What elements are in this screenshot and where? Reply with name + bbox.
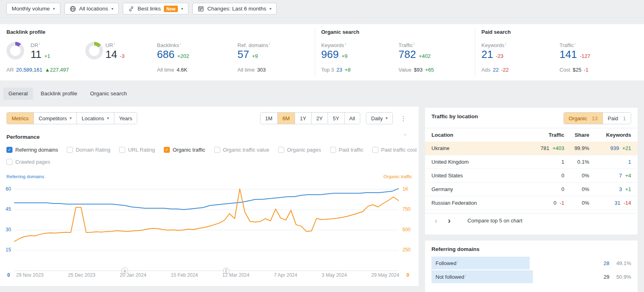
- rd-row-value[interactable]: 29: [604, 274, 609, 280]
- chevron-down-icon: ▾: [181, 7, 183, 11]
- traffic-value-delta: +65: [425, 67, 434, 73]
- backlinks-alltime-value: 4.6K: [177, 67, 188, 73]
- tab-backlink-profile[interactable]: Backlink profile: [35, 88, 83, 100]
- checkbox-referring-domains[interactable]: ✓Referring domains: [6, 147, 58, 153]
- table-row[interactable]: Russian Federation0-10%31-14: [425, 196, 638, 210]
- info-icon[interactable]: i: [465, 273, 466, 278]
- range-all[interactable]: All: [344, 113, 360, 124]
- info-icon[interactable]: i: [39, 42, 40, 46]
- checkbox-organic-pages[interactable]: Organic pages: [278, 147, 321, 153]
- info-icon[interactable]: i: [269, 42, 270, 46]
- toggle-paid[interactable]: Paid1: [603, 113, 631, 124]
- compare-top5-link[interactable]: Compare top 5 on chart: [467, 218, 522, 224]
- info-icon[interactable]: i: [574, 42, 575, 46]
- paid-keywords-value[interactable]: 21: [481, 48, 493, 61]
- x-axis-date-label: 3 May 2024: [322, 272, 347, 278]
- left-axis-tick: 45: [6, 206, 17, 212]
- paid-traffic-value[interactable]: 141: [559, 48, 577, 61]
- checkbox-label: Paid traffic: [339, 147, 363, 153]
- keywords-value[interactable]: 3: [619, 186, 622, 192]
- info-icon[interactable]: i: [180, 42, 181, 46]
- ref-domains-label: Ref. domains: [237, 42, 268, 48]
- keywords-cell: 31-14: [589, 200, 631, 206]
- table-row[interactable]: Germany00%3+1: [425, 183, 638, 196]
- next-page-icon[interactable]: ›: [446, 216, 453, 224]
- range-2y[interactable]: 2Y: [311, 113, 328, 124]
- keywords-value[interactable]: 31: [615, 200, 620, 206]
- traffic-by-location-card: Traffic by location Organic13Paid1 Locat…: [425, 108, 638, 234]
- rd-row-followed[interactable]: Followedi2849.1%: [431, 257, 631, 269]
- new-badge: New: [164, 6, 178, 12]
- up-triangle-icon: ▲: [45, 67, 50, 73]
- traffic-cell: 0: [517, 173, 564, 179]
- paid-search-title: Paid search: [481, 29, 511, 35]
- monthly-volume-dropdown[interactable]: Monthly volume ▾: [6, 3, 60, 14]
- tab-organic-search[interactable]: Organic search: [85, 88, 132, 100]
- checkbox-organic-traffic-value[interactable]: Organic traffic value: [214, 147, 269, 153]
- range-1y[interactable]: 1Y: [295, 113, 311, 124]
- ref-domains-alltime-label: All time: [237, 67, 255, 73]
- ar-row: AR 20,589,161 ▲227,497: [6, 67, 69, 73]
- chart-filter-locations[interactable]: Locations▾: [76, 113, 114, 124]
- rd-row-not-followed[interactable]: Not followedi2950.9%: [431, 270, 631, 283]
- info-icon[interactable]: i: [505, 42, 506, 46]
- keywords-value[interactable]: 1: [628, 159, 631, 165]
- prev-page-icon[interactable]: ‹: [432, 216, 440, 224]
- all-locations-dropdown[interactable]: All locations ▾: [64, 3, 119, 14]
- more-options-icon[interactable]: ⋮: [398, 115, 408, 122]
- info-icon[interactable]: i: [457, 260, 458, 264]
- ref-domains-value[interactable]: 57: [237, 48, 249, 61]
- date-range-group: 1M6M1Y2Y5YAll: [260, 112, 360, 124]
- keywords-value[interactable]: 939: [610, 145, 619, 151]
- granularity-dropdown[interactable]: Daily▾: [366, 112, 393, 124]
- left-axis-tick: 15: [6, 247, 17, 253]
- x-axis-date-label: 12 Mar 2024: [222, 272, 249, 278]
- rd-row-value[interactable]: 28: [604, 260, 609, 266]
- info-icon[interactable]: i: [345, 42, 346, 46]
- keywords-value[interactable]: 7: [619, 173, 622, 179]
- checkbox-crawled-pages[interactable]: Crawled pages: [6, 159, 50, 165]
- organic-keywords-value[interactable]: 969: [321, 48, 339, 61]
- range-5y[interactable]: 5Y: [328, 113, 344, 124]
- x-axis-date-label: 29 May 2024: [372, 272, 399, 278]
- table-row[interactable]: United Kingdom10.1%1: [425, 155, 638, 169]
- organic-traffic-value[interactable]: 782: [398, 48, 416, 61]
- checkbox-domain-rating[interactable]: Domain Rating: [67, 147, 110, 153]
- top3-value[interactable]: 23: [336, 67, 342, 73]
- table-row[interactable]: Ukraine781+40399.9%939+21: [425, 142, 638, 155]
- column-keywords: Keywords: [589, 132, 631, 138]
- performance-chart: Referring domains Organic traffic a2 0 0…: [0, 174, 419, 283]
- keywords-delta: +21: [622, 145, 631, 151]
- chart-filter-competitors[interactable]: Competitors▾: [33, 113, 76, 124]
- checkbox-paid-traffic[interactable]: Paid traffic: [330, 147, 363, 153]
- toggle-organic[interactable]: Organic13: [564, 113, 603, 124]
- table-row[interactable]: United States00%7+4: [425, 169, 638, 183]
- ur-delta: -3: [120, 53, 125, 59]
- ads-value[interactable]: 22: [493, 67, 498, 73]
- checkbox-url-rating[interactable]: URL Rating: [119, 147, 155, 153]
- range-6m[interactable]: 6M: [277, 113, 295, 124]
- organic-keywords-delta: +9: [341, 53, 347, 59]
- backlinks-value[interactable]: 686: [157, 48, 174, 61]
- tab-general[interactable]: General: [3, 88, 33, 100]
- info-icon[interactable]: i: [413, 42, 414, 46]
- info-icon[interactable]: i: [114, 42, 115, 46]
- x-axis-date-label: 15 Feb 2024: [171, 272, 198, 278]
- checkbox-organic-traffic[interactable]: ✓Organic traffic: [164, 147, 205, 153]
- location-name: Russian Federation: [431, 200, 517, 206]
- chart-filter-years[interactable]: Years: [114, 113, 137, 124]
- chart-plot-area[interactable]: a2: [14, 183, 398, 271]
- globe-icon: [70, 6, 76, 12]
- collapse-section-icon[interactable]: ⌃: [403, 133, 407, 139]
- chart-filter-metrics[interactable]: Metrics: [7, 113, 33, 124]
- checked-checkbox-icon: ✓: [6, 147, 12, 153]
- left-axis-zero: 0: [7, 272, 10, 278]
- backlinks-delta: +202: [177, 53, 189, 59]
- keywords-cell: 939+21: [589, 145, 631, 151]
- range-1m[interactable]: 1M: [260, 113, 277, 124]
- changes-period-dropdown[interactable]: Changes: Last 6 months ▾: [192, 3, 277, 14]
- unchecked-checkbox-icon: [67, 147, 73, 153]
- checkbox-paid-traffic-cost[interactable]: Paid traffic cost: [372, 147, 417, 153]
- ar-value[interactable]: 20,589,161: [16, 67, 42, 73]
- best-links-dropdown[interactable]: Best links New ▾: [123, 3, 188, 14]
